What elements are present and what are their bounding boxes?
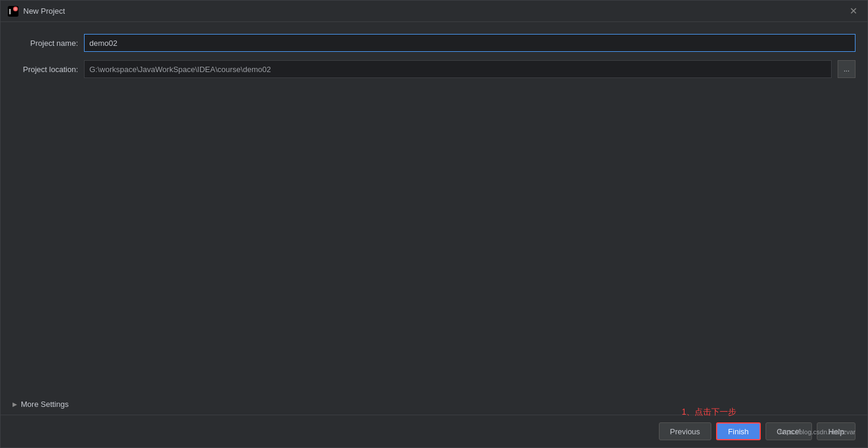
dialog-footer: Previous Finish Cancel Help <box>1 415 867 447</box>
svg-point-3 <box>14 7 17 10</box>
project-name-label: Project name: <box>13 39 78 48</box>
previous-button[interactable]: Previous <box>659 422 712 440</box>
window-title: New Project <box>23 7 65 15</box>
chevron-right-icon: ▶ <box>13 401 17 407</box>
project-name-row: Project name: <box>13 34 855 52</box>
project-location-input[interactable] <box>84 60 832 78</box>
project-name-input[interactable] <box>84 34 855 52</box>
watermark: https://blog.csdn.net/zzvar <box>779 428 855 435</box>
finish-button[interactable]: Finish <box>716 422 761 440</box>
dialog-body: Project name: Project location: ... <box>1 22 867 214</box>
svg-text:I: I <box>9 8 11 16</box>
body-spacer <box>1 214 867 394</box>
app-icon: I <box>8 6 18 17</box>
title-bar: I New Project ✕ <box>1 1 867 22</box>
browse-button[interactable]: ... <box>838 60 855 78</box>
project-location-label: Project location: <box>13 65 78 74</box>
more-settings-label: More Settings <box>21 400 69 409</box>
annotation-text: 1、点击下一步 <box>682 407 736 418</box>
close-button[interactable]: ✕ <box>846 4 860 18</box>
more-settings-row[interactable]: ▶ More Settings <box>1 394 867 415</box>
title-bar-left: I New Project <box>8 6 65 17</box>
project-location-row: Project location: ... <box>13 60 855 78</box>
new-project-dialog: I New Project ✕ Project name: Project lo… <box>0 0 868 448</box>
